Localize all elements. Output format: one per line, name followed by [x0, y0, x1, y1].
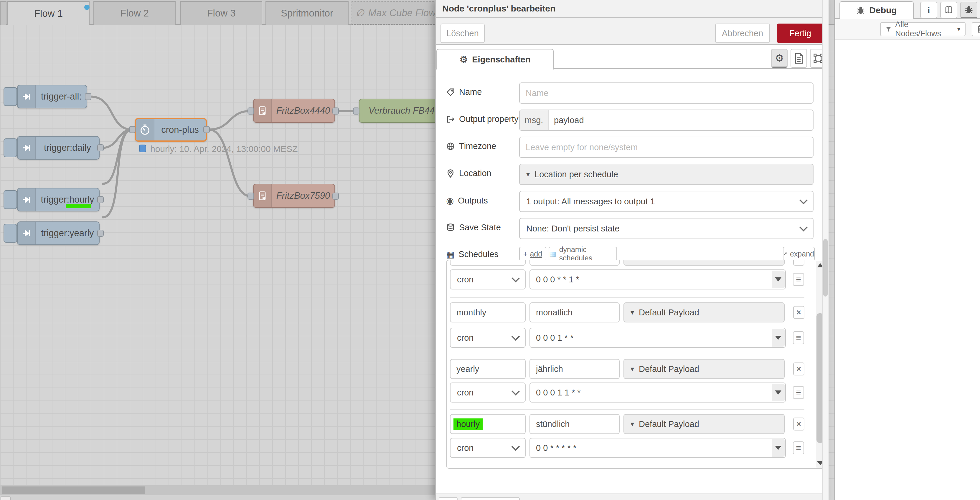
output-port[interactable]	[203, 126, 210, 133]
schedule-label-input[interactable]	[530, 414, 620, 434]
output-property-value[interactable]: payload	[549, 116, 584, 125]
inject-button[interactable]	[3, 138, 17, 157]
expression-dropdown-button[interactable]	[772, 439, 785, 457]
map-pin-icon	[446, 169, 455, 178]
node-cron-plus[interactable]: cron-plus	[135, 118, 207, 142]
input-port[interactable]	[129, 126, 135, 133]
schedule-payload-select[interactable]: ▾ Default Payload	[624, 359, 785, 379]
expression-dropdown-button[interactable]	[772, 329, 785, 347]
inject-button[interactable]	[3, 87, 17, 106]
schedule-name-input[interactable]	[450, 260, 526, 266]
input-port[interactable]	[248, 108, 254, 114]
tab-spritmonitor[interactable]: Spritmonitor	[266, 1, 348, 25]
cron-expression-input[interactable]: 0 0 0 * * 1 *	[530, 270, 786, 289]
debug-filter-button[interactable]: Alle Nodes/Flows ▾	[880, 22, 966, 36]
node-trigger-all[interactable]: trigger-all:	[17, 85, 87, 108]
schedule-payload-select[interactable]: ▾ Default Payload	[624, 414, 785, 434]
delete-schedule-button[interactable]: ×	[793, 362, 804, 375]
bug-icon	[856, 6, 865, 15]
schedule-label-input[interactable]	[530, 260, 620, 266]
node-trigger-yearly[interactable]: trigger:yearly	[17, 221, 100, 245]
tab-max-cube-flow[interactable]: ∅ Max Cube Flow	[352, 1, 440, 25]
schedule-name-input[interactable]	[450, 359, 526, 379]
workspace-hscrollbar-thumb[interactable]	[2, 486, 145, 494]
delete-schedule-button[interactable]	[793, 260, 804, 266]
output-port[interactable]	[97, 144, 104, 151]
name-input[interactable]	[519, 83, 813, 104]
schedule-payload-select[interactable]	[624, 260, 785, 266]
schedule-payload-select[interactable]: ▾ Default Payload	[624, 302, 785, 322]
tab-properties[interactable]: ⚙ Eigenschaften	[436, 49, 554, 70]
schedule-label-input[interactable]	[530, 359, 620, 379]
cron-expression-input[interactable]: 0 0 * * * * *	[530, 438, 786, 458]
chevron-down-icon	[512, 443, 520, 451]
hamburger-icon: ≡	[796, 387, 801, 397]
tab-flow-1[interactable]: Flow 1	[7, 1, 89, 25]
location-select[interactable]: ▾ Location per schedule	[519, 164, 813, 185]
delete-button[interactable]: Löschen	[441, 24, 485, 43]
debug-clear-button[interactable]	[972, 22, 980, 36]
delete-schedule-button[interactable]: ×	[793, 306, 804, 319]
node-trigger-daily[interactable]: trigger:daily	[17, 136, 100, 160]
node-fritzbox7590[interactable]: FritzBox7590	[253, 184, 335, 208]
schedule-type-select[interactable]: cron	[450, 270, 526, 289]
book-icon	[944, 6, 953, 14]
node-fritzbox4440[interactable]: FritzBox4440	[253, 98, 335, 123]
expand-schedules-button[interactable]: expand	[783, 247, 815, 261]
input-port[interactable]	[248, 192, 254, 200]
msg-prefix[interactable]: msg.	[520, 110, 549, 130]
schedule-menu-button[interactable]: ≡	[793, 441, 804, 454]
output-port[interactable]	[97, 196, 104, 203]
node-label: trigger:hourly	[36, 194, 99, 205]
cron-expression-input[interactable]: 0 0 0 1 1 * *	[530, 383, 786, 403]
schedule-name-input[interactable]	[450, 302, 526, 322]
done-button[interactable]: Fertig	[777, 24, 824, 43]
cancel-button[interactable]: Abbrechen	[715, 24, 770, 43]
schedule-name-input[interactable]: hourly	[450, 414, 526, 434]
enabled-toggle-button[interactable]: ○ Aktiviert	[461, 497, 520, 500]
inject-button[interactable]	[3, 190, 17, 209]
schedule-menu-button[interactable]: ≡	[793, 386, 804, 399]
timezone-input[interactable]	[519, 137, 813, 158]
schedule-label-input[interactable]	[530, 302, 620, 322]
workspace-footer-button[interactable]	[1, 497, 11, 500]
search-highlight-bar	[66, 204, 91, 208]
triangle-down-icon	[775, 278, 781, 281]
cron-expression-input[interactable]: 0 0 0 1 * *	[530, 328, 786, 348]
add-schedule-button[interactable]: + add	[519, 247, 546, 261]
dynamic-schedules-button[interactable]: ▦ dynamic schedules	[549, 247, 617, 261]
output-port[interactable]	[97, 230, 104, 237]
table-icon: ▦	[446, 249, 454, 259]
output-port[interactable]	[85, 93, 91, 100]
tab-debug[interactable]: Debug	[840, 1, 914, 19]
input-port[interactable]	[353, 108, 360, 114]
delete-schedule-button[interactable]: ×	[793, 417, 804, 430]
tab-flow-2[interactable]: Flow 2	[94, 1, 176, 25]
info-tab-button[interactable]: i	[920, 2, 937, 18]
inject-button[interactable]	[3, 224, 17, 243]
expression-dropdown-button[interactable]	[772, 271, 785, 288]
footer-copy-button[interactable]	[439, 497, 458, 500]
schedule-menu-button[interactable]: ≡	[793, 331, 804, 344]
outputs-select[interactable]: 1 output: All messages to output 1	[519, 191, 813, 212]
description-view-button[interactable]	[791, 49, 807, 68]
output-port[interactable]	[332, 192, 339, 200]
schedule-type-select[interactable]: cron	[450, 328, 526, 348]
debug-tab-button[interactable]	[960, 2, 977, 18]
save-state-select[interactable]: None: Don't persist state	[519, 218, 813, 239]
expression-dropdown-button[interactable]	[772, 384, 785, 402]
output-port[interactable]	[332, 108, 339, 114]
properties-view-button[interactable]: ⚙	[771, 49, 788, 68]
dialog-scrollbar-thumb[interactable]	[823, 239, 828, 297]
flow-changed-dot	[84, 5, 89, 10]
help-tab-button[interactable]	[940, 2, 957, 18]
tab-flow-3[interactable]: Flow 3	[180, 1, 262, 25]
schedule-name-wrap	[450, 359, 526, 379]
schedule-type-select[interactable]: cron	[450, 438, 526, 458]
schedule-type-select[interactable]: cron	[450, 383, 526, 403]
schedule-menu-button[interactable]: ≡	[793, 273, 804, 286]
location-value: Location per schedule	[535, 170, 618, 179]
output-property-field[interactable]: msg. payload	[519, 110, 813, 131]
node-verbrauch[interactable]: Verbrauch FB44	[359, 98, 444, 123]
node-label: trigger-all:	[36, 91, 87, 102]
